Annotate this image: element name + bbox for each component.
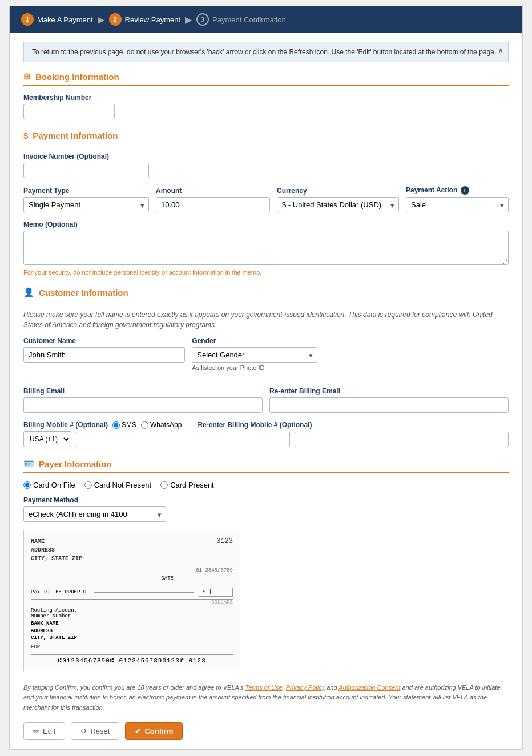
payer-header: 🪪 Payer Information: [23, 459, 509, 473]
step-2-circle: 2: [109, 13, 122, 26]
currency-group: Currency $ - United States Dollar (USD): [277, 187, 399, 212]
card-present-label: Card Present: [170, 481, 214, 489]
card-present-option[interactable]: Card Present: [160, 481, 214, 489]
check-routing-top: 01-2345/6789: [31, 568, 233, 573]
check-number: 0123: [216, 537, 233, 563]
payer-options-group: Card On File Card Not Present Card Prese…: [23, 481, 509, 489]
billing-email-input[interactable]: [23, 397, 263, 413]
privacy-link[interactable]: Privacy Policy: [286, 684, 325, 691]
notice-close-icon[interactable]: ∧: [498, 46, 503, 55]
check-routing-nums: Number Number: [31, 613, 233, 619]
customer-note: Please make sure your full name is enter…: [23, 309, 509, 330]
memo-note: For your security, do not include person…: [23, 269, 509, 276]
check-bank-city: CITY, STATE ZIP: [31, 634, 233, 642]
country-code-select[interactable]: USA (+1): [23, 431, 71, 447]
customer-name-input[interactable]: [23, 347, 185, 363]
auth-link[interactable]: Authorization Consent: [338, 684, 400, 691]
booking-section: ⊞ Booking Information Membership Number: [23, 71, 509, 119]
mobile-label: Billing Mobile # (Optional): [23, 421, 108, 429]
payment-action-info-icon[interactable]: i: [461, 186, 469, 195]
notice-bar: To return to the previous page, do not u…: [23, 42, 509, 62]
memo-group: Memo (Optional) For your security, do no…: [23, 220, 509, 276]
reset-label: Reset: [90, 727, 110, 735]
check-payto-row: PAY TO THE ORDER OF $ |: [31, 588, 233, 597]
check-bank-block: BANK NAME ADDRESS CITY, STATE ZIP: [31, 620, 233, 642]
payment-method-label: Payment Method: [23, 496, 509, 504]
amount-input[interactable]: [156, 197, 270, 212]
reset-button[interactable]: ↺ Reset: [71, 722, 119, 740]
check-top: NAME ADDRESS CITY, STATE ZIP 0123: [31, 537, 233, 563]
mobile-group: Billing Mobile # (Optional) SMS WhatsApp…: [23, 421, 509, 447]
confirm-button[interactable]: ✔ Confirm: [125, 722, 183, 740]
check-name-block: NAME ADDRESS CITY, STATE ZIP: [31, 537, 82, 563]
payment-action-group: Payment Action i Sale: [406, 186, 509, 212]
card-not-present-option[interactable]: Card Not Present: [84, 481, 151, 489]
mobile-input[interactable]: [76, 432, 290, 447]
card-not-present-radio[interactable]: [84, 481, 92, 489]
reenter-email-input[interactable]: [269, 397, 509, 413]
billing-email-label: Billing Email: [23, 387, 263, 395]
amount-label: Amount: [156, 187, 270, 195]
payer-title: Payer Information: [39, 459, 112, 469]
payment-method-select[interactable]: eCheck (ACH) ending in 4100: [23, 506, 166, 522]
card-on-file-radio[interactable]: [23, 481, 31, 489]
step-arrow-2: ▶: [185, 14, 192, 25]
step-2-label: Review Payment: [125, 15, 181, 24]
customer-section: 👤 Customer Information Please make sure …: [23, 287, 509, 447]
membership-group: Membership Number: [23, 94, 509, 119]
booking-icon: ⊞: [23, 71, 31, 82]
sms-radio-label[interactable]: SMS: [112, 421, 136, 429]
check-micr: ⑆01234567890⑆ 01234567890123⑈ 0123: [31, 654, 233, 664]
reenter-mobile-input[interactable]: [295, 432, 509, 447]
check-address: ADDRESS: [31, 546, 82, 554]
invoice-input[interactable]: [23, 163, 149, 178]
edit-button[interactable]: ✏ Edit: [23, 722, 65, 740]
legal-text: By tapping Confirm, you confirm you are …: [23, 683, 509, 713]
memo-input[interactable]: [23, 231, 509, 265]
confirm-icon: ✔: [135, 727, 141, 735]
payment-action-select[interactable]: Sale: [406, 197, 509, 212]
customer-name-label: Customer Name: [23, 337, 185, 345]
check-routing-label: Routing Account: [31, 608, 77, 613]
customer-title: Customer Information: [39, 288, 128, 297]
progress-bar: 1 Make A Payment ▶ 2 Review Payment ▶ 3 …: [10, 6, 522, 33]
card-on-file-option[interactable]: Card On File: [23, 481, 75, 489]
step-3-label: Payment Confirmation: [212, 15, 286, 24]
check-payto-label: PAY TO THE ORDER OF: [31, 589, 90, 595]
check-city: CITY, STATE ZIP: [31, 554, 82, 563]
membership-input[interactable]: [23, 104, 115, 119]
whatsapp-label: WhatsApp: [150, 421, 182, 429]
terms-link[interactable]: Terms of Use: [245, 684, 283, 691]
gender-select[interactable]: Select Gender Male Female Other: [192, 347, 317, 363]
gender-group: Gender Select Gender Male Female Other A…: [192, 337, 317, 371]
check-name: NAME: [31, 537, 82, 546]
phone-row: USA (+1): [23, 431, 509, 447]
check-image: NAME ADDRESS CITY, STATE ZIP 0123 01-234…: [23, 530, 240, 671]
currency-select[interactable]: $ - United States Dollar (USD): [277, 197, 399, 212]
customer-header: 👤 Customer Information: [23, 287, 509, 301]
reenter-mobile-label: Re-enter Billing Mobile # (Optional): [198, 421, 312, 429]
whatsapp-radio[interactable]: [141, 421, 148, 429]
payment-type-select-wrapper: Single Payment: [23, 197, 149, 212]
check-bank-address: ADDRESS: [31, 628, 233, 635]
payment-method-group: Payment Method eCheck (ACH) ending in 41…: [23, 496, 509, 522]
gender-select-wrapper: Select Gender Male Female Other: [192, 347, 317, 363]
card-present-radio[interactable]: [160, 481, 168, 489]
payment-type-select[interactable]: Single Payment: [23, 197, 149, 212]
memo-label: Memo (Optional): [23, 220, 509, 228]
booking-header: ⊞ Booking Information: [23, 71, 509, 86]
check-bank-name: BANK NAME: [31, 620, 233, 628]
step-arrow-1: ▶: [98, 14, 104, 25]
reset-icon: ↺: [80, 727, 87, 735]
booking-title: Booking Information: [35, 72, 119, 82]
payment-action-select-wrapper: Sale: [406, 197, 509, 212]
currency-select-wrapper: $ - United States Dollar (USD): [277, 197, 399, 212]
legal-text-3: and: [325, 684, 338, 691]
sms-radio[interactable]: [112, 421, 120, 429]
whatsapp-radio-label[interactable]: WhatsApp: [141, 421, 182, 429]
step-2: 2 Review Payment: [109, 13, 181, 26]
step-1-label: Make A Payment: [37, 15, 93, 24]
payment-section: $ Payment Information Invoice Number (Op…: [23, 131, 509, 276]
edit-label: Edit: [43, 727, 55, 735]
gender-note: As listed on your Photo ID: [192, 364, 317, 371]
